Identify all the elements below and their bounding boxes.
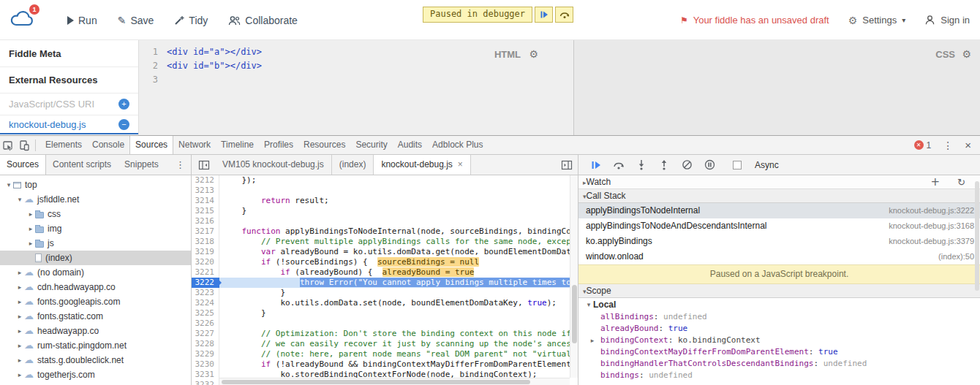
- navigator-tab-content-scripts[interactable]: Content scripts: [46, 155, 118, 175]
- tree-item-stats-g-doubleclick-net[interactable]: ▸☁stats.g.doubleclick.net: [0, 353, 191, 367]
- navigator-tab-snippets[interactable]: Snippets: [118, 155, 165, 175]
- callstack-frame[interactable]: applyBindingsToNodeAndDescendantsInterna…: [578, 218, 980, 234]
- devtools-tab-security[interactable]: Security: [350, 136, 392, 154]
- resume-script-button[interactable]: [589, 159, 603, 172]
- line-number-gutter[interactable]: 3221: [192, 267, 219, 278]
- scope-section-header[interactable]: ▾Scope: [578, 284, 980, 298]
- line-number-gutter[interactable]: 3230: [192, 359, 219, 370]
- overlay-step-over-button[interactable]: [555, 7, 573, 23]
- collapse-arrow-icon[interactable]: ▸: [589, 335, 596, 346]
- frame-location-link[interactable]: knockout-debug.js:3379: [889, 234, 974, 249]
- devtools-tab-sources[interactable]: Sources: [129, 136, 173, 154]
- devtools-tab-console[interactable]: Console: [87, 136, 129, 154]
- hide-navigator-icon[interactable]: [196, 156, 212, 174]
- line-number-gutter[interactable]: 3223: [192, 288, 219, 298]
- editor-tab-knockout-debug-js[interactable]: knockout-debug.js×: [374, 155, 470, 175]
- line-number-gutter[interactable]: 3224: [192, 298, 219, 308]
- sidebar-scrollbar[interactable]: [974, 175, 980, 385]
- scrollbar-thumb[interactable]: [222, 380, 530, 384]
- line-number-gutter[interactable]: 3218: [192, 237, 219, 247]
- frame-location-link[interactable]: knockout-debug.js:3168: [889, 218, 974, 234]
- tree-item-css[interactable]: ▸css: [0, 207, 191, 221]
- devtools-menu-icon[interactable]: ⋮: [943, 140, 953, 151]
- frame-location-link[interactable]: (index):50: [938, 249, 974, 264]
- step-over-button[interactable]: [612, 159, 625, 172]
- tree-item-fonts-googleapis-com[interactable]: ▸☁fonts.googleapis.com: [0, 294, 191, 309]
- devtools-tab-resources[interactable]: Resources: [298, 136, 350, 154]
- css-editor-panel[interactable]: CSS ⚙: [574, 40, 980, 135]
- toggle-debugger-sidebar-icon[interactable]: [559, 156, 575, 174]
- line-number-gutter[interactable]: 3227: [192, 329, 219, 339]
- navigator-menu-icon[interactable]: ⋮: [176, 159, 185, 170]
- devtools-tab-elements[interactable]: Elements: [40, 136, 87, 154]
- devtools-tab-profiles[interactable]: Profiles: [259, 136, 298, 154]
- line-number-gutter[interactable]: 3213: [192, 186, 219, 196]
- devtools-tab-adblock-plus[interactable]: Adblock Plus: [427, 136, 488, 154]
- line-number-gutter[interactable]: 3232: [192, 380, 219, 385]
- error-count-badge[interactable]: ✕ 1: [914, 140, 932, 150]
- callstack-frame[interactable]: ko.applyBindingsknockout-debug.js:3379: [578, 234, 980, 249]
- line-number-gutter[interactable]: 3216: [192, 216, 219, 226]
- inspect-element-icon[interactable]: [0, 137, 16, 154]
- line-number-gutter[interactable]: 3219: [192, 247, 219, 257]
- html-code-line[interactable]: 2<div id="b"></div>: [139, 59, 573, 73]
- tree-item-img[interactable]: ▸img: [0, 221, 191, 236]
- navigator-tab-sources[interactable]: Sources: [0, 155, 46, 175]
- editor-vertical-scrollbar[interactable]: [570, 175, 578, 378]
- watch-section-header[interactable]: ▸Watch + ↻: [578, 175, 980, 189]
- line-number-gutter[interactable]: 3217: [192, 226, 219, 237]
- line-number-gutter[interactable]: 3222: [192, 278, 219, 288]
- tree-item-headwayapp-co[interactable]: ▸☁headwayapp.co: [0, 324, 191, 338]
- tree-item-togetherjs-com[interactable]: ▸☁togetherjs.com: [0, 367, 191, 382]
- device-toolbar-icon[interactable]: [16, 137, 32, 154]
- tree-item-rum-static-pingdom-net[interactable]: ▸☁rum-static.pingdom.net: [0, 338, 191, 353]
- jsfiddle-logo[interactable]: 1: [9, 9, 41, 32]
- sign-in-button[interactable]: Sign in: [924, 15, 970, 26]
- tree-item-no-domain[interactable]: ▸☁(no domain): [0, 265, 191, 280]
- scope-variable[interactable]: ▸bindingContext: ko.bindingContext: [578, 335, 980, 346]
- line-number-gutter[interactable]: 3225: [192, 308, 219, 319]
- call-stack-section-header[interactable]: ▾Call Stack: [578, 189, 980, 203]
- save-button[interactable]: ✎ Save: [118, 15, 154, 26]
- close-tab-icon[interactable]: ×: [458, 155, 463, 175]
- html-code-line[interactable]: 3: [139, 73, 573, 87]
- css-settings-gear-icon[interactable]: ⚙: [962, 48, 971, 60]
- line-number-gutter[interactable]: 3215: [192, 206, 219, 216]
- step-out-button[interactable]: [657, 159, 671, 172]
- tree-item-js[interactable]: ▸js: [0, 236, 191, 251]
- line-number-gutter[interactable]: 3231: [192, 370, 219, 380]
- line-number-gutter[interactable]: 3229: [192, 349, 219, 359]
- run-button[interactable]: Run: [67, 15, 97, 26]
- tree-item-index[interactable]: (index): [0, 251, 191, 265]
- scope-local-section[interactable]: ▾Local: [578, 298, 980, 311]
- devtools-tab-audits[interactable]: Audits: [393, 136, 427, 154]
- overlay-resume-button[interactable]: [535, 7, 553, 23]
- line-number-gutter[interactable]: 3214: [192, 196, 219, 206]
- callstack-frame[interactable]: window.onload(index):50: [578, 249, 980, 264]
- devtools-tab-timeline[interactable]: Timeline: [216, 136, 259, 154]
- devtools-tab-network[interactable]: Network: [173, 136, 216, 154]
- sidebar-item-external-resources[interactable]: External Resources: [0, 67, 138, 94]
- tree-item-cdn-headwayapp-co[interactable]: ▸☁cdn.headwayapp.co: [0, 280, 191, 294]
- html-settings-gear-icon[interactable]: ⚙: [529, 48, 538, 60]
- line-number-gutter[interactable]: 3226: [192, 319, 219, 329]
- html-editor-panel[interactable]: 1<div id="a"></div>2<div id="b"></div>3 …: [139, 40, 574, 135]
- line-number-gutter[interactable]: 3220: [192, 257, 219, 267]
- add-resource-button[interactable]: +: [118, 99, 129, 110]
- pause-on-exceptions-button[interactable]: [703, 159, 716, 172]
- refresh-watch-icon[interactable]: ↻: [957, 175, 965, 189]
- tree-item-jsfiddle-net[interactable]: ▾☁jsfiddle.net: [0, 192, 191, 207]
- collaborate-button[interactable]: Collaborate: [228, 15, 298, 26]
- settings-menu[interactable]: ⚙ Settings ▾: [848, 15, 906, 26]
- resource-item-knockout-debug[interactable]: knockout-debug.js −: [0, 115, 138, 134]
- add-watch-expression-icon[interactable]: +: [930, 175, 940, 189]
- resource-uri-input[interactable]: JavaScript/CSS URI +: [0, 94, 138, 115]
- tidy-button[interactable]: Tidy: [174, 15, 208, 26]
- scrollbar-thumb[interactable]: [572, 285, 577, 343]
- remove-resource-button[interactable]: −: [118, 119, 129, 130]
- line-number-gutter[interactable]: 3228: [192, 339, 219, 349]
- callstack-frame[interactable]: applyBindingsToNodeInternalknockout-debu…: [578, 203, 980, 218]
- sidebar-item-fiddle-meta[interactable]: Fiddle Meta: [0, 40, 138, 67]
- editor-tab-vm105-knockout-debug-js[interactable]: VM105 knockout-debug.js: [215, 155, 332, 175]
- deactivate-breakpoints-button[interactable]: [680, 159, 693, 172]
